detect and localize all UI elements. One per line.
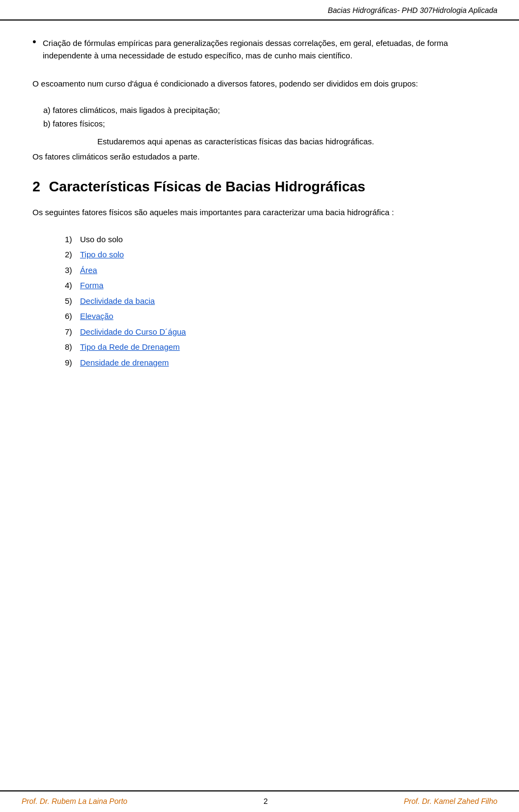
page: Bacias Hidrográficas- PHD 307Hidrologia … xyxy=(0,0,519,812)
bullet-section: • Criação de fórmulas empíricas para gen… xyxy=(32,37,492,62)
list-item-link[interactable]: Declividade da bacia xyxy=(80,294,155,309)
list-item-link[interactable]: Tipo da Rede de Drenagem xyxy=(80,340,180,355)
footer-page-number: 2 xyxy=(263,797,268,806)
section-title: Características Físicas de Bacias Hidrog… xyxy=(49,178,365,195)
sub-item-b: b) fatores físicos; xyxy=(43,117,492,131)
bullet-text: Criação de fórmulas empíricas para gener… xyxy=(43,37,492,62)
paragraph-1: O escoamento num curso d'água é condicio… xyxy=(32,77,492,90)
bullet-item: • Criação de fórmulas empíricas para gen… xyxy=(32,37,492,62)
header: Bacias Hidrográficas- PHD 307Hidrologia … xyxy=(0,0,519,21)
list-item-number: 2) xyxy=(65,247,80,263)
list-item-number: 7) xyxy=(65,324,80,340)
header-title: Bacias Hidrográficas- PHD 307Hidrologia … xyxy=(328,6,497,15)
intro-paragraph: Os seguintes fatores físicos são aqueles… xyxy=(32,206,492,219)
list-item-text: Uso do solo xyxy=(80,232,123,248)
section-heading: 2 Características Físicas de Bacias Hidr… xyxy=(32,178,492,195)
sub-item-a: a) fatores climáticos, mais ligados à pr… xyxy=(43,103,492,117)
list-item: 7)Declividade do Curso D´água xyxy=(65,324,492,340)
list-item: 8)Tipo da Rede de Drenagem xyxy=(65,340,492,355)
list-item: 5)Declividade da bacia xyxy=(65,294,492,309)
list-item: 9)Densidade de drenagem xyxy=(65,355,492,371)
list-item-link[interactable]: Declividade do Curso D´água xyxy=(80,324,186,340)
list-item: 1)Uso do solo xyxy=(65,232,492,248)
list-item: 6)Elevação xyxy=(65,309,492,324)
indented-text: Estudaremos aqui apenas as característic… xyxy=(97,137,374,146)
list-item: 2)Tipo do solo xyxy=(65,247,492,263)
list-item-number: 8) xyxy=(65,340,80,355)
list-item: 3)Área xyxy=(65,263,492,278)
content: • Criação de fórmulas empíricas para gen… xyxy=(0,21,519,414)
list-item-number: 1) xyxy=(65,232,80,248)
bullet-icon: • xyxy=(32,36,36,48)
list-item-number: 9) xyxy=(65,355,80,371)
footer-right: Prof. Dr. Kamel Zahed Filho xyxy=(404,797,497,806)
list-item-number: 3) xyxy=(65,263,80,278)
list-item-link[interactable]: Densidade de drenagem xyxy=(80,355,169,371)
list-item-link[interactable]: Forma xyxy=(80,278,103,294)
indented-paragraph: Estudaremos aqui apenas as característic… xyxy=(97,135,492,148)
list-item-link[interactable]: Área xyxy=(80,263,97,278)
numbered-list: 1)Uso do solo2)Tipo do solo3)Área4)Forma… xyxy=(65,232,492,371)
list-item: 4)Forma xyxy=(65,278,492,294)
list-item-number: 6) xyxy=(65,309,80,324)
footer-left: Prof. Dr. Rubem La Laina Porto xyxy=(22,797,128,806)
footer: Prof. Dr. Rubem La Laina Porto 2 Prof. D… xyxy=(0,790,519,812)
continuation-text: Os fatores climáticos serão estudados a … xyxy=(32,150,492,163)
list-item-link[interactable]: Tipo do solo xyxy=(80,247,124,263)
list-item-number: 4) xyxy=(65,278,80,294)
list-item-number: 5) xyxy=(65,294,80,309)
section-number: 2 xyxy=(32,178,40,195)
list-item-link[interactable]: Elevação xyxy=(80,309,114,324)
